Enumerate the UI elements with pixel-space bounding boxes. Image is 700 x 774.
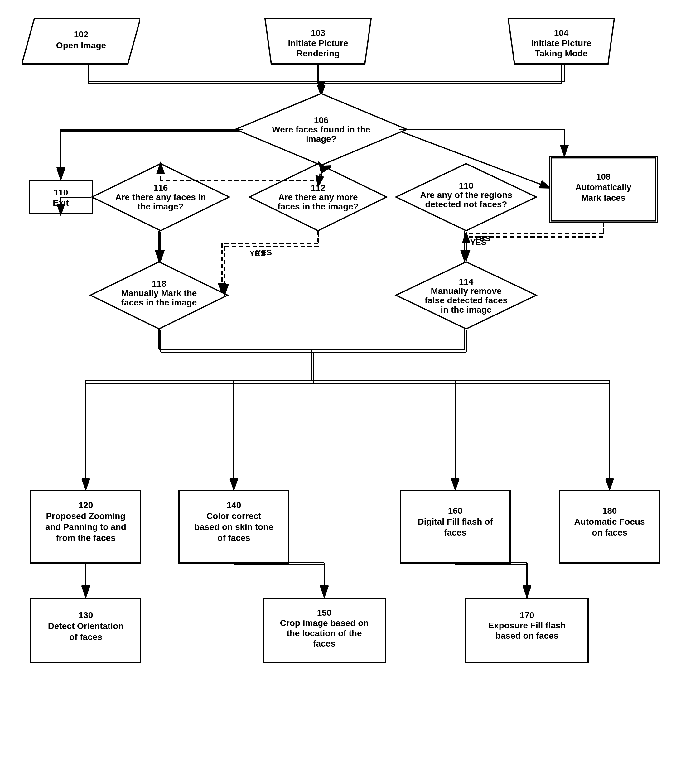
svg-rect-92 — [400, 491, 510, 563]
svg-text:118: 118 — [152, 279, 167, 289]
svg-text:Exit: Exit — [53, 198, 69, 208]
node-110-exit: 110 Exit — [28, 179, 94, 215]
svg-text:112: 112 — [311, 183, 326, 193]
flowchart-diagram: 102 Open Image 103 Initiate Picture Rend… — [0, 0, 700, 774]
svg-text:faces in the image?: faces in the image? — [278, 202, 359, 211]
svg-text:faces in the image: faces in the image — [121, 298, 197, 308]
svg-text:faces: faces — [313, 639, 336, 648]
svg-text:detected not faces?: detected not faces? — [425, 200, 507, 209]
svg-text:Are there any more: Are there any more — [278, 192, 357, 202]
node-112: 112 Are there any more faces in the imag… — [248, 162, 388, 232]
node-114: 114 Manually remove false detected faces… — [394, 260, 538, 331]
svg-text:102: 102 — [74, 30, 89, 39]
svg-text:Are there any faces in: Are there any faces in — [115, 192, 206, 202]
svg-text:of faces: of faces — [217, 533, 250, 543]
node-170: 170 Exposure Fill flash based on faces — [465, 597, 589, 664]
svg-text:and Panning to and: and Panning to and — [45, 522, 126, 532]
svg-rect-96 — [559, 491, 660, 563]
svg-text:Automatic Focus: Automatic Focus — [574, 517, 645, 526]
svg-text:108: 108 — [596, 172, 611, 182]
node-102: 102 Open Image — [22, 17, 140, 66]
svg-text:103: 103 — [311, 28, 326, 38]
svg-text:Open Image: Open Image — [56, 41, 106, 50]
node-150: 150 Crop image based on the location of … — [262, 597, 387, 664]
svg-text:Crop image based on: Crop image based on — [280, 618, 369, 628]
svg-text:114: 114 — [459, 277, 473, 286]
svg-text:the location of the: the location of the — [286, 628, 362, 638]
svg-text:Proposed Zooming: Proposed Zooming — [46, 511, 125, 521]
svg-text:based on faces: based on faces — [495, 631, 558, 640]
svg-text:170: 170 — [520, 610, 535, 620]
svg-text:Were faces found in the: Were faces found in the — [272, 125, 370, 134]
yes-label-112-arrow: YES — [256, 248, 272, 258]
svg-text:Color correct: Color correct — [207, 511, 261, 521]
node-180: 180 Automatic Focus on faces — [558, 490, 661, 564]
svg-text:Exposure Fill flash: Exposure Fill flash — [488, 621, 566, 630]
node-120: 120 Proposed Zooming and Panning to and … — [30, 490, 142, 564]
svg-text:Taking Mode: Taking Mode — [535, 49, 587, 58]
node-130: 130 Detect Orientation of faces — [30, 597, 142, 664]
node-110-regions: 110 Are any of the regions detected not … — [394, 162, 538, 232]
svg-text:116: 116 — [154, 183, 168, 193]
svg-text:130: 130 — [79, 610, 93, 620]
svg-text:110: 110 — [54, 188, 68, 197]
svg-text:Are any of the regions: Are any of the regions — [420, 190, 512, 200]
node-140: 140 Color correct based on skin tone of … — [178, 490, 290, 564]
svg-text:Rendering: Rendering — [296, 49, 339, 58]
svg-text:150: 150 — [317, 608, 332, 617]
svg-rect-109 — [466, 598, 588, 663]
node-104: 104 Initiate Picture Taking Mode — [502, 17, 621, 66]
svg-text:of faces: of faces — [69, 632, 102, 642]
svg-text:180: 180 — [602, 506, 617, 516]
svg-text:Detect Orientation: Detect Orientation — [48, 621, 124, 631]
svg-text:104: 104 — [554, 28, 569, 38]
svg-text:Initiate Picture: Initiate Picture — [531, 38, 591, 48]
svg-text:Manually Mark the: Manually Mark the — [121, 288, 197, 298]
svg-text:106: 106 — [314, 115, 329, 125]
svg-text:from the faces: from the faces — [56, 533, 115, 543]
svg-text:Initiate Picture: Initiate Picture — [288, 38, 348, 48]
svg-text:110: 110 — [459, 181, 473, 190]
yes-label-regions: YES — [470, 238, 487, 247]
svg-text:Automatically: Automatically — [575, 182, 631, 192]
svg-text:image?: image? — [306, 134, 336, 144]
svg-text:Manually remove: Manually remove — [430, 286, 501, 296]
node-116: 116 Are there any faces in the image? — [90, 162, 231, 232]
svg-text:160: 160 — [448, 506, 463, 516]
svg-text:on faces: on faces — [592, 528, 627, 538]
svg-text:140: 140 — [227, 500, 242, 510]
node-108: 108 Automatically Mark faces — [549, 156, 658, 223]
svg-text:based on skin tone: based on skin tone — [194, 522, 273, 532]
node-106: 106 Were faces found in the image? — [234, 92, 409, 167]
svg-text:Digital Fill flash of: Digital Fill flash of — [417, 517, 493, 526]
svg-text:the image?: the image? — [137, 202, 184, 211]
svg-text:Mark faces: Mark faces — [581, 193, 625, 203]
node-160: 160 Digital Fill flash of faces — [399, 490, 511, 564]
svg-text:false detected faces: false detected faces — [425, 296, 508, 305]
svg-text:faces: faces — [444, 528, 467, 538]
svg-text:120: 120 — [79, 500, 93, 510]
svg-text:in the image: in the image — [440, 305, 491, 314]
node-103: 103 Initiate Picture Rendering — [259, 17, 377, 66]
node-118: 118 Manually Mark the faces in the image — [89, 260, 229, 331]
